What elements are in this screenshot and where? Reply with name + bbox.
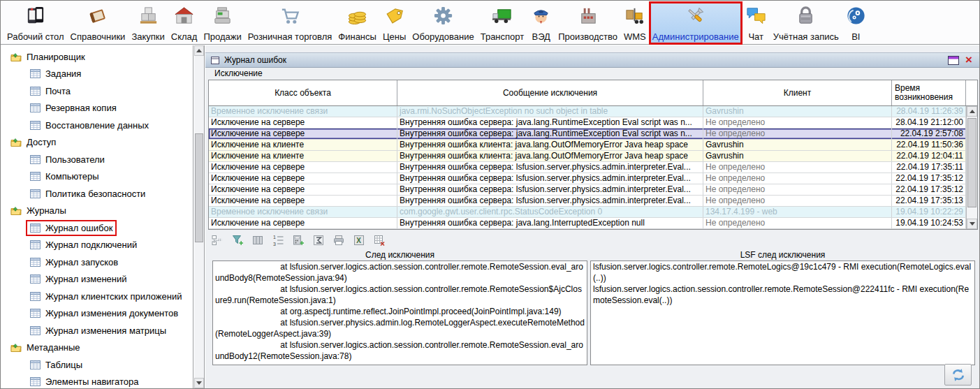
table-row[interactable]: Временное исключение связиjava.rmi.NoSuc… <box>209 106 977 117</box>
toolbar-item-label: Администрирование <box>652 32 739 42</box>
sidebar-item[interactable]: Планировщик <box>1 48 193 66</box>
columns-icon[interactable] <box>250 233 265 247</box>
sidebar-item[interactable]: Журналы <box>1 203 193 220</box>
form-icon <box>30 69 41 78</box>
sidebar-item-label: Журнал запусков <box>45 257 118 267</box>
sidebar-item[interactable]: Журнал изменений <box>1 271 193 288</box>
toolbar-item-cart[interactable]: Розничная торговля <box>245 2 335 44</box>
refresh-button[interactable] <box>944 364 972 386</box>
toolbar-item-boxes[interactable]: Закупки <box>129 2 167 44</box>
table-cell: Gavrushin <box>703 151 892 161</box>
sum-icon[interactable] <box>311 233 326 247</box>
calculate-icon[interactable] <box>291 233 305 247</box>
table-cell: Внутренняя ошибка сервера: java.lang.Int… <box>397 218 703 228</box>
sidebar-item[interactable]: Доступ <box>1 134 193 152</box>
toolbar-item-label: BI <box>851 32 860 42</box>
toolbar-item-chat[interactable]: Чат <box>743 2 770 44</box>
refresh-icon <box>950 367 967 383</box>
chat-icon <box>745 3 767 27</box>
form-icon <box>30 155 41 164</box>
table-cell: Gavrushin <box>703 106 892 117</box>
toolbar-item-truck[interactable]: Транспорт <box>478 2 527 44</box>
sidebar-item-label: Журнал изменения документов <box>45 308 178 318</box>
sidebar-item[interactable]: Журнал ошибок <box>1 219 193 237</box>
toolbar-item-desktop[interactable]: Рабочий стол <box>4 2 67 44</box>
toolbar-item-label: ВЭД <box>532 32 550 42</box>
sidebar-item[interactable]: Компьютеры <box>1 168 193 186</box>
table-row[interactable]: Временное исключение связиcom.google.gwt… <box>209 207 977 218</box>
table-cell: Внутренняя ошибка клиента: java.lang.Out… <box>397 151 703 161</box>
sidebar-item[interactable]: Журнал изменения документов <box>1 305 193 323</box>
sidebar-item-label: Журналы <box>27 205 66 216</box>
column-header[interactable]: Класс объекта <box>209 80 397 105</box>
scroll-down-button[interactable] <box>967 219 977 229</box>
table-row[interactable]: Исключение на сервереВнутренняя ошибка с… <box>209 117 977 129</box>
table-scrollbar[interactable] <box>966 106 977 229</box>
sidebar-item[interactable]: Элементы навигатора <box>1 374 193 389</box>
add-filter-icon[interactable] <box>230 233 244 247</box>
sidebar-item[interactable]: Почта <box>1 82 193 100</box>
toolbar-item-tools[interactable]: Администрирование <box>650 2 742 44</box>
table-row[interactable]: Исключение на сервереВнутренняя ошибка с… <box>209 218 977 229</box>
scrollbar-thumb[interactable] <box>195 133 203 242</box>
sidebar-item-content: Журнал ошибок <box>27 221 115 235</box>
trace-panel[interactable]: at lsfusion.server.logics.action.session… <box>212 260 587 365</box>
sidebar-item[interactable]: Метаданные <box>1 339 193 357</box>
sidebar-item[interactable]: Журнал клиентских приложений <box>1 288 193 305</box>
sidebar-item-content: Восстановление данных <box>27 119 152 132</box>
bi-icon <box>845 3 867 27</box>
toolbar-item-gear[interactable]: Оборудование <box>409 2 476 44</box>
toolbar-item-lock[interactable]: Учётная запись <box>770 2 842 44</box>
gear-icon <box>432 3 454 27</box>
toolbar-item-book[interactable]: Справочники <box>68 2 129 44</box>
sidebar-item[interactable]: Журнал запусков <box>1 254 193 271</box>
table-cell: java.rmi.NoSuchObjectException no such o… <box>397 106 703 117</box>
table-cell: Gavrushin <box>703 140 892 150</box>
group-tree-icon[interactable] <box>210 233 224 247</box>
header-filler <box>966 80 977 105</box>
row-numbers-icon[interactable]: 13 <box>270 233 285 247</box>
toolbar-item-price-tag[interactable]: Цены <box>380 2 409 44</box>
print-icon[interactable] <box>331 233 346 247</box>
maximize-button[interactable] <box>948 56 959 65</box>
table-row[interactable]: Исключение на клиентеВнутренняя ошибка к… <box>209 151 977 162</box>
sidebar-item[interactable]: Пользователи <box>1 151 193 168</box>
sidebar-item[interactable]: Журнал изменения матрицы <box>1 322 193 339</box>
scroll-up-button[interactable] <box>967 106 977 117</box>
column-header[interactable]: Сообщение исключения <box>397 80 703 105</box>
export-excel-icon[interactable]: X <box>351 233 366 247</box>
toolbar-item-bi[interactable]: BI <box>842 2 870 44</box>
toolbar-item-warehouse[interactable]: Склад <box>168 2 200 44</box>
toolbar-item-customs-officer[interactable]: ВЭД <box>527 2 555 44</box>
table-row[interactable]: Исключение на сервереВнутренняя ошибка с… <box>209 184 977 196</box>
sidebar-scrollbar[interactable] <box>194 45 205 388</box>
scroll-down-button[interactable] <box>194 378 204 388</box>
toolbar-item-forklift[interactable]: WMS <box>621 2 649 44</box>
toolbar-item-cash-register[interactable]: Продажи <box>200 2 244 44</box>
sidebar-item[interactable]: Восстановление данных <box>1 117 193 134</box>
app-window: Рабочий столСправочникиЗакупкиСкладПрода… <box>0 0 980 389</box>
sidebar-item[interactable]: Политика безопасности <box>1 185 193 203</box>
toolbar-item-coins[interactable]: Финансы <box>335 2 379 44</box>
toolbar-item-factory[interactable]: Производство <box>555 2 620 44</box>
grid-settings-icon[interactable] <box>372 233 386 247</box>
sidebar-item[interactable]: Таблицы <box>1 356 193 374</box>
scroll-up-button[interactable] <box>194 45 204 56</box>
scrollbar-thumb[interactable] <box>967 118 977 207</box>
table-row[interactable]: Исключение на сервереВнутренняя ошибка с… <box>209 162 977 173</box>
table-row[interactable]: Исключение на сервереВнутренняя ошибка с… <box>209 173 977 184</box>
sidebar-item-content: Пользователи <box>27 153 108 166</box>
sidebar-item[interactable]: Задания <box>1 66 193 83</box>
sidebar-item-content: Журнал клиентских приложений <box>27 290 184 303</box>
table-row[interactable]: Исключение на сервереВнутренняя ошибка с… <box>209 196 977 207</box>
sidebar-item[interactable]: Журнал подключений <box>1 237 193 254</box>
table-row[interactable]: Исключение на клиентеВнутренняя ошибка к… <box>209 140 977 151</box>
column-header[interactable]: Время возникновения <box>892 80 966 105</box>
table-row[interactable]: Исключение на сервереВнутренняя ошибка с… <box>209 129 977 140</box>
lsf-trace-panel[interactable]: lsfusion.server.logics.controller.remote… <box>590 260 975 365</box>
window-title: Журнал ошибок <box>224 55 943 65</box>
close-button[interactable]: × <box>964 55 974 65</box>
sidebar-item-content: Элементы навигатора <box>27 375 141 388</box>
column-header[interactable]: Клиент <box>703 80 892 105</box>
sidebar-item[interactable]: Резервная копия <box>1 100 193 117</box>
